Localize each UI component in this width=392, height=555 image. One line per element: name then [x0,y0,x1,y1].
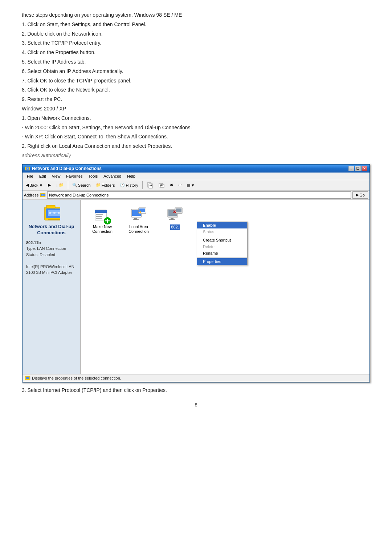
make-new-connection-label: Make NewConnection [92,224,113,234]
svg-rect-31 [133,219,139,220]
svg-rect-30 [134,218,137,219]
folders-label: Folders [102,183,115,187]
svg-rect-44 [26,377,29,379]
step-98-6: 6. Select Obtain an IP Address Automatic… [22,67,370,76]
step-2000-4: 2. Right click on Local Area Connection … [22,142,370,151]
undo-button[interactable]: ↩ [176,182,183,189]
sidebar-folder-icon [43,203,60,221]
svg-point-9 [42,194,44,196]
toolbar: ◀ Back ▼ ▶ ↑ 📁 🔍 Search 📁 Folders 🕐 [23,180,369,191]
copy-to-icon [147,182,153,189]
back-button[interactable]: ◀ Back ▼ [24,182,45,189]
win2000-section: Windows 2000 / XP 1. Open Network Connec… [22,105,370,151]
local-area-connection-item[interactable]: Local AreaConnection [124,207,153,234]
folders-button[interactable]: 📁 Folders [94,182,117,189]
doc-intro: these steps depending on your operating … [22,11,370,20]
copy-to-button[interactable] [145,181,155,190]
svg-rect-38 [169,219,175,220]
statusbar-icon [25,375,30,381]
window-title: Network and Dial-up Connections [32,166,102,171]
svg-rect-33 [139,208,145,212]
step-98-4: 4. Click on the Properties button. [22,48,370,57]
menu-help[interactable]: Help [124,173,138,179]
window-titlebar: Network and Dial-up Connections _ ❐ ✕ [23,165,369,173]
address-partial: address automatically [22,151,370,160]
statusbar-text: Displays the properties of the selected … [32,376,121,380]
views-dropdown: ▼ [191,183,195,187]
step-98-7: 7. Click OK to close the TCP/IP properti… [22,77,370,85]
wireless-connection-label: 802. [170,224,179,230]
wireless-connection-item[interactable]: 802. [160,207,189,230]
wireless-connection-icon [166,207,184,224]
forward-button[interactable]: ▶ [46,182,53,189]
sidebar-type: Type: LAN Connection [26,246,66,251]
svg-rect-40 [176,208,181,212]
sidebar: Network and Dial-up Connections 802.11b … [23,200,81,374]
menu-view[interactable]: View [49,173,64,179]
close-button[interactable]: ✕ [362,166,367,171]
context-status: Status [197,228,247,235]
search-label: Search [78,183,91,187]
svg-rect-23 [96,216,102,217]
sidebar-info: 802.11b Type: LAN Connection Status: Dis… [26,240,77,276]
go-arrow-icon: ▶ [356,193,359,197]
context-menu: Enable Status Create Shortcut Delete Ren… [197,222,248,265]
document-body: these steps depending on your operating … [22,11,370,408]
svg-rect-37 [171,218,173,219]
network-connections-window: Network and Dial-up Connections _ ❐ ✕ Fi… [22,164,370,382]
step-3: 3. Select Internet Protocol (TCP/IP) and… [22,386,370,395]
sidebar-title: Network and Dial-up Connections [26,224,77,236]
back-dropdown-icon: ▼ [39,183,43,187]
window-content: Network and Dial-up Connections 802.11b … [23,200,369,374]
svg-point-2 [27,168,28,169]
address-label: Address [24,193,38,197]
window-title-icon [25,166,30,171]
up-button[interactable]: ↑ 📁 [54,182,66,189]
move-to-button[interactable] [156,181,167,190]
menu-favorites[interactable]: Favorites [63,173,85,179]
views-button[interactable]: ▦ ▼ [185,182,197,189]
menu-edit[interactable]: Edit [36,173,49,179]
step-98-2: 2. Double click on the Network icon. [22,30,370,39]
address-icon [40,192,46,198]
footer-section: 3. Select Internet Protocol (TCP/IP) and… [22,386,370,395]
svg-rect-21 [95,210,107,213]
titlebar-left: Network and Dial-up Connections [25,166,102,171]
sidebar-status: Status: Disabled [26,252,55,257]
forward-icon: ▶ [48,183,51,187]
menu-tools[interactable]: Tools [86,173,101,179]
step-2000-2: - Win 2000: Click on Start, Settings, th… [22,123,370,132]
context-rename[interactable]: Rename [197,250,247,256]
restore-button[interactable]: ❐ [355,166,361,171]
history-button[interactable]: 🕐 History [118,182,140,189]
connections-area: Make NewConnection [81,200,369,374]
up-icon-folder: 📁 [59,183,64,187]
menu-advanced[interactable]: Advanced [101,173,124,179]
menu-file[interactable]: File [24,173,36,179]
svg-rect-4 [149,184,152,188]
address-input[interactable] [47,191,351,199]
search-icon: 🔍 [72,183,77,187]
make-new-connection-icon [94,207,111,224]
toolbar-separator-1 [68,181,68,189]
local-area-connection-label: Local AreaConnection [128,224,149,234]
delete-button[interactable]: ✖ [168,182,175,189]
address-bar: Address ▶ Go [23,191,369,200]
steps-98: 1. Click on Start, then Settings, and th… [22,20,370,104]
context-delete: Delete [197,243,247,250]
context-enable[interactable]: Enable [197,222,247,228]
page-number: 8 [22,402,370,408]
step-98-5: 5. Select the IP Address tab. [22,58,370,66]
step-2000-3: - Win XP: Click on Start, Connect To, th… [22,133,370,141]
context-create-shortcut[interactable]: Create Shortcut [197,237,247,243]
step-98-3: 3. Select the TCP/IP Protocol entry. [22,39,370,48]
go-label: Go [359,193,365,197]
search-button[interactable]: 🔍 Search [70,182,93,189]
minimize-button[interactable]: _ [348,166,354,171]
step-2000-1: 1. Open Network Connections. [22,114,370,123]
svg-rect-22 [96,214,103,215]
context-properties[interactable]: Properties [197,258,247,265]
go-button[interactable]: ▶ Go [352,191,368,199]
win2000-header: Windows 2000 / XP [22,105,370,113]
make-new-connection-item[interactable]: Make NewConnection [88,207,117,234]
